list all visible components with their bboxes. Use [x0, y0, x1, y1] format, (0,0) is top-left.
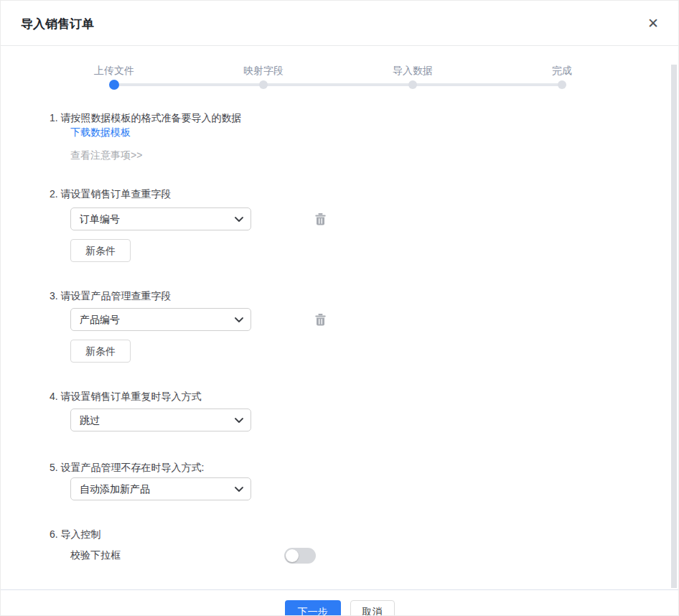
section4-label: 4. 请设置销售订单重复时导入方式 — [50, 389, 678, 403]
dialog-title: 导入销售订单 — [21, 16, 94, 32]
section6-label: 6. 导入控制 — [50, 527, 678, 541]
new-condition-button[interactable]: 新条件 — [70, 239, 131, 262]
stepper-track — [114, 83, 562, 86]
step-label: 上传文件 — [64, 64, 164, 77]
next-step-button[interactable]: 下一步 — [285, 600, 341, 616]
download-template-link[interactable]: 下载数据模板 — [70, 125, 131, 139]
stepper: 上传文件 映射字段 导入数据 完成 — [1, 64, 678, 97]
order-dedupe-field-select[interactable]: 订单编号 — [70, 207, 251, 230]
cancel-button[interactable]: 取消 — [350, 600, 395, 616]
section1-label: 1. 请按照数据模板的格式准备要导入的数据 — [50, 111, 678, 125]
validate-dropdown-label: 校验下拉框 — [70, 549, 121, 562]
step-dot — [558, 80, 566, 89]
close-icon[interactable]: ✕ — [644, 14, 662, 32]
section5-label: 5. 设置产品管理不存在时导入方式: — [50, 460, 678, 475]
dialog-body: 上传文件 映射字段 导入数据 完成 1. 请按照数据模板的格式准备要导入的数据 … — [1, 64, 678, 589]
step-label: 导入数据 — [362, 64, 463, 77]
dialog-footer: 下一步 取消 — [1, 589, 678, 616]
new-condition-button[interactable]: 新条件 — [70, 340, 131, 363]
step-complete: 完成 — [512, 64, 612, 77]
step-label: 完成 — [512, 64, 612, 77]
duplicate-import-mode-select[interactable]: 跳过 — [70, 409, 251, 431]
trash-icon[interactable] — [315, 314, 326, 326]
step-dot — [408, 80, 417, 89]
step-dot — [259, 80, 268, 89]
missing-product-mode-select[interactable]: 自动添加新产品 — [70, 477, 251, 500]
product-dedupe-field-select[interactable]: 产品编号 — [70, 308, 251, 331]
toggle-knob — [286, 549, 299, 562]
step-label: 映射字段 — [213, 64, 314, 77]
step-dot-active — [109, 80, 119, 90]
view-notes-link[interactable]: 查看注意事项>> — [70, 148, 142, 162]
vertical-scrollbar[interactable] — [671, 65, 677, 588]
step-map-fields: 映射字段 — [213, 64, 314, 77]
import-sales-order-dialog: 导入销售订单 ✕ 上传文件 映射字段 导入数据 完成 1. 请按照数据模板 — [0, 0, 679, 616]
trash-icon[interactable] — [315, 213, 326, 225]
section3-label: 3. 请设置产品管理查重字段 — [50, 289, 678, 303]
section2-label: 2. 请设置销售订单查重字段 — [50, 187, 678, 201]
step-upload-file: 上传文件 — [64, 64, 164, 77]
dialog-header: 导入销售订单 ✕ — [1, 1, 678, 46]
step-import-data: 导入数据 — [362, 64, 463, 77]
validate-dropdown-toggle[interactable] — [284, 548, 316, 564]
